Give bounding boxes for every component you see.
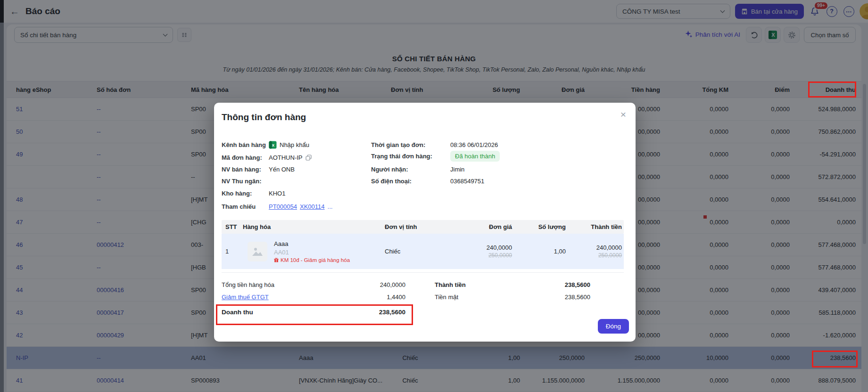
field-created-time: Thời gian tạo đơn: 08:36 06/01/2026: [371, 140, 560, 149]
item-total: 240,0000: [596, 244, 622, 251]
field-salesperson: NV bán hàng: Yến ONB: [222, 165, 370, 173]
items-header-row: STT Hàng hóa Đơn vị tính Đơn giá Số lượn…: [222, 220, 624, 234]
field-order-status: Trạng thái đơn hàng: Đã hoàn thành: [371, 152, 560, 160]
product-code: AA01: [274, 249, 350, 256]
product-name: Aaaa: [274, 240, 350, 247]
summary-total-goods: Tổng tiền hàng hóa 240,0000: [222, 280, 405, 289]
field-sales-channel: Kênh bán hàng x Nhập khẩu: [222, 140, 370, 149]
import-channel-icon: x: [269, 141, 277, 149]
order-info-modal: Thông tin đơn hàng × Kênh bán hàng x Nhậ…: [214, 103, 636, 342]
field-cashier: NV Thu ngân:: [222, 177, 370, 185]
field-warehouse: Kho hàng: KHO1: [222, 189, 370, 197]
item-unit: Chiếc: [377, 234, 436, 269]
product-thumbnail: [248, 242, 267, 261]
item-quantity: 1,00: [514, 234, 568, 269]
divider: [222, 272, 624, 273]
reference-link[interactable]: PT000054: [269, 203, 297, 210]
item-index: 1: [222, 234, 243, 269]
field-receiver: Người nhận: Jimin: [371, 165, 560, 173]
item-old-unit-price: 250,0000: [488, 252, 512, 259]
summary-revenue: Doanh thu 238,5600: [222, 308, 405, 316]
gift-icon: [274, 258, 279, 262]
status-badge: Đã hoàn thành: [450, 151, 500, 162]
svg-text:x: x: [272, 142, 275, 147]
order-item-row[interactable]: 1 Aaaa AA01 KM 10đ - Giảm giá hàng hóa: [222, 234, 624, 269]
reference-more-link[interactable]: ...: [328, 203, 333, 210]
close-icon[interactable]: ×: [620, 109, 626, 119]
field-phone: Số điện thoại: 0368549751: [371, 177, 560, 185]
modal-title: Thông tin đơn hàng: [222, 112, 306, 122]
vat-reduction-link[interactable]: Giảm thuế GTGT: [222, 294, 269, 301]
summary-cash: Tiền mặt 238,5600: [435, 293, 590, 301]
field-references: Tham chiếu PT000054 XK00114 ...: [222, 202, 370, 211]
close-modal-button[interactable]: Đóng: [598, 319, 629, 334]
item-old-total: 250,0000: [598, 252, 622, 259]
item-unit-price: 240,0000: [487, 244, 512, 251]
order-items-table: STT Hàng hóa Đơn vị tính Đơn giá Số lượn…: [222, 220, 624, 269]
copy-icon[interactable]: [306, 155, 312, 161]
summary-grand-total: Thành tiền 238,5600: [435, 280, 590, 289]
field-order-code: Mã đơn hàng: AOTHUN-IP: [222, 153, 370, 162]
promotion-label: KM 10đ - Giảm giá hàng hóa: [274, 257, 350, 263]
summary-vat-reduction: Giảm thuế GTGT 1,4400: [222, 293, 405, 301]
reference-link[interactable]: XK00114: [300, 203, 325, 210]
